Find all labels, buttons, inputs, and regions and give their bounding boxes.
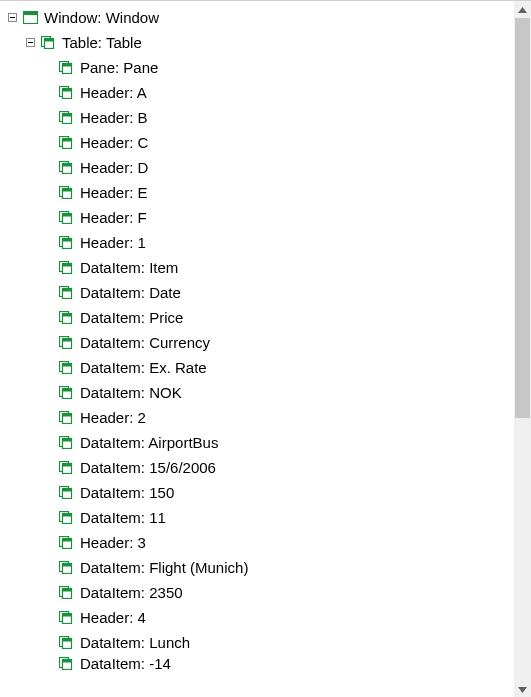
tree-node-leaf: Header: E [6, 180, 514, 205]
tree-label: Table: Table [60, 30, 142, 55]
tree-node-leaf: Header: B [6, 105, 514, 130]
tree-row[interactable]: DataItem: Ex. Rate [6, 355, 514, 380]
svg-rect-26 [63, 189, 72, 192]
scroll-down-button[interactable] [514, 681, 531, 697]
tree-row[interactable]: Header: E [6, 180, 514, 205]
pane-icon [58, 360, 74, 376]
tree-row[interactable]: DataItem: 150 [6, 480, 514, 505]
svg-rect-80 [63, 639, 72, 642]
pane-icon [58, 235, 74, 251]
svg-rect-50 [63, 389, 72, 392]
tree-children: Table: Table Pane: PaneHeader: AHeader: … [6, 30, 514, 671]
svg-rect-17 [63, 114, 72, 117]
tree-row[interactable]: DataItem: Lunch [6, 630, 514, 655]
svg-rect-47 [63, 364, 72, 367]
pane-icon [58, 310, 74, 326]
scrollbar-track[interactable] [514, 18, 531, 681]
tree-node-leaf: Header: A [6, 80, 514, 105]
svg-rect-53 [63, 414, 72, 417]
tree-label: Header: 4 [78, 605, 146, 630]
tree-label: DataItem: Price [78, 305, 183, 330]
tree-row[interactable]: Header: 3 [6, 530, 514, 555]
svg-rect-71 [63, 564, 72, 567]
tree-row[interactable]: Header: C [6, 130, 514, 155]
tree-row[interactable]: DataItem: NOK [6, 380, 514, 405]
tree-label: Header: B [78, 105, 148, 130]
tree-row[interactable]: DataItem: Date [6, 280, 514, 305]
pane-icon [58, 110, 74, 126]
tree-node-leaf: DataItem: Flight (Munich) [6, 555, 514, 580]
tree-node-leaf: Header: 3 [6, 530, 514, 555]
pane-icon [58, 510, 74, 526]
pane-icon [58, 160, 74, 176]
tree-row[interactable]: Table: Table [6, 30, 514, 55]
tree-node-leaf: DataItem: Item [6, 255, 514, 280]
svg-rect-56 [63, 439, 72, 442]
tree-row[interactable]: Header: 4 [6, 605, 514, 630]
tree-node-leaf: DataItem: AirportBus [6, 430, 514, 455]
tree-node-window: Window: Window Table: Table [6, 5, 514, 671]
tree-row[interactable]: DataItem: Item [6, 255, 514, 280]
tree-row[interactable]: Window: Window [6, 5, 514, 30]
tree-row[interactable]: Header: 1 [6, 230, 514, 255]
tree-children: Pane: PaneHeader: AHeader: BHeader: CHea… [6, 55, 514, 671]
svg-rect-41 [63, 314, 72, 317]
tree-node-leaf: Pane: Pane [6, 55, 514, 80]
tree-row[interactable]: DataItem: 2350 [6, 580, 514, 605]
tree-row[interactable]: Header: B [6, 105, 514, 130]
svg-rect-3 [23, 12, 37, 16]
pane-icon [58, 655, 74, 671]
tree-node-leaf: Header: 2 [6, 405, 514, 430]
tree-label: DataItem: NOK [78, 380, 182, 405]
svg-rect-77 [63, 614, 72, 617]
svg-rect-65 [63, 514, 72, 517]
scroll-up-button[interactable] [514, 1, 531, 18]
tree-node-leaf: DataItem: Ex. Rate [6, 355, 514, 380]
tree-row[interactable]: Header: 2 [6, 405, 514, 430]
tree-row[interactable]: Pane: Pane [6, 55, 514, 80]
tree-row[interactable]: Header: A [6, 80, 514, 105]
scrollbar-thumb[interactable] [515, 18, 530, 418]
tree-row[interactable]: DataItem: -14 [6, 655, 514, 671]
tree-row[interactable]: DataItem: Flight (Munich) [6, 555, 514, 580]
tree-label: DataItem: Ex. Rate [78, 355, 207, 380]
svg-rect-68 [63, 539, 72, 542]
tree-row[interactable]: Header: F [6, 205, 514, 230]
tree-row[interactable]: DataItem: Currency [6, 330, 514, 355]
svg-rect-74 [63, 589, 72, 592]
svg-rect-59 [63, 464, 72, 467]
tree-row[interactable]: DataItem: AirportBus [6, 430, 514, 455]
tree-row[interactable]: DataItem: 11 [6, 505, 514, 530]
tree-label: Header: F [78, 205, 147, 230]
tree-node-leaf: Header: D [6, 155, 514, 180]
pane-icon [58, 85, 74, 101]
vertical-scrollbar[interactable] [514, 1, 531, 697]
tree-label: Header: A [78, 80, 147, 105]
tree-label: DataItem: 150 [78, 480, 174, 505]
pane-icon [58, 485, 74, 501]
pane-icon [58, 260, 74, 276]
pane-icon [58, 610, 74, 626]
tree-row[interactable]: DataItem: 15/6/2006 [6, 455, 514, 480]
tree-node-leaf: DataItem: 15/6/2006 [6, 455, 514, 480]
tree-scroll-area[interactable]: Window: Window Table: Table [0, 1, 514, 697]
svg-rect-23 [63, 164, 72, 167]
tree-label: Window: Window [42, 5, 159, 30]
tree-node-leaf: DataItem: 2350 [6, 580, 514, 605]
tree-node-table: Table: Table Pane: PaneHeader: AHeader: … [6, 30, 514, 671]
tree-node-leaf: Header: C [6, 130, 514, 155]
tree-label: Header: C [78, 130, 148, 155]
pane-icon [58, 460, 74, 476]
tree-row[interactable]: Header: D [6, 155, 514, 180]
collapse-toggle-icon[interactable] [6, 12, 18, 24]
tree-label: DataItem: -14 [78, 655, 171, 671]
tree-row[interactable]: DataItem: Price [6, 305, 514, 330]
pane-icon [58, 185, 74, 201]
collapse-toggle-icon[interactable] [24, 37, 36, 49]
svg-rect-62 [63, 489, 72, 492]
pane-icon [58, 335, 74, 351]
svg-rect-29 [63, 214, 72, 217]
tree-node-leaf: Header: 1 [6, 230, 514, 255]
tree-node-leaf: DataItem: -14 [6, 655, 514, 671]
tree-node-leaf: DataItem: Date [6, 280, 514, 305]
